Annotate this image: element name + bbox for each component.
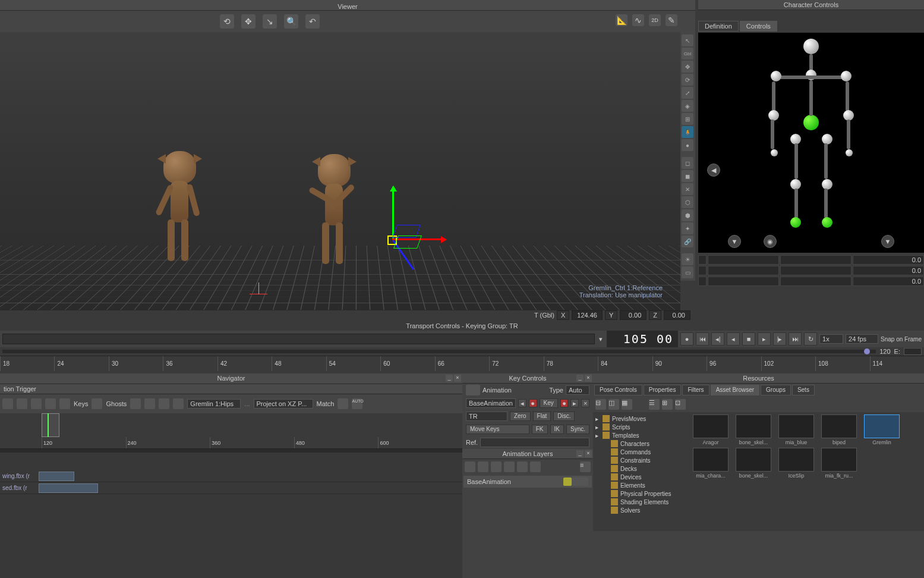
grid-small-icon[interactable]: ⊞ <box>662 399 673 410</box>
curve-icon[interactable]: ∿ <box>632 14 644 26</box>
snap-icon[interactable]: ⊞ <box>682 113 693 125</box>
record-button[interactable]: ● <box>680 332 693 345</box>
pan-icon[interactable]: ✥ <box>241 14 256 29</box>
type-dropdown[interactable]: Auto <box>566 385 589 395</box>
nav-center-icon[interactable]: ◉ <box>764 235 777 248</box>
joint-knee-r[interactable] <box>822 179 832 190</box>
tree-item[interactable]: Characters <box>595 439 686 448</box>
ref-dropdown[interactable] <box>480 438 589 447</box>
cc-val-3c[interactable]: 0.0 <box>853 277 924 286</box>
tree-item[interactable]: Constraints <box>595 456 686 464</box>
fk-button[interactable]: FK <box>532 425 548 434</box>
rotate-icon[interactable]: ⟳ <box>682 74 693 86</box>
joint-foot-l[interactable] <box>790 217 801 228</box>
next-key-button[interactable]: |▸ <box>773 332 786 345</box>
layer-tool-6[interactable] <box>530 461 541 472</box>
ghost-icon-2[interactable] <box>144 398 155 409</box>
tree-item[interactable]: ▸Scripts <box>595 423 686 431</box>
goto-start-button[interactable]: ⏮ <box>696 332 709 345</box>
asset-item[interactable]: mia_chara... <box>690 448 731 479</box>
sync-button[interactable]: Sync. <box>566 425 589 434</box>
match-icon[interactable] <box>338 398 348 409</box>
joint-hips[interactable] <box>803 115 819 130</box>
playhead[interactable] <box>48 413 49 437</box>
x-value[interactable]: 124.46 <box>572 310 603 320</box>
global-mode[interactable]: Gbl <box>682 48 693 59</box>
auto-icon[interactable]: AUTO <box>352 398 362 409</box>
ghost-icon-1[interactable] <box>130 398 141 409</box>
delete-key-icon[interactable]: × <box>581 399 589 407</box>
delete-layer-icon[interactable] <box>491 461 502 472</box>
scale-icon[interactable]: ⤢ <box>682 87 693 99</box>
tab-properties[interactable]: Properties <box>644 385 682 395</box>
track-row[interactable]: sed.fbx (r <box>0 482 462 494</box>
grid-large-icon[interactable]: ⊡ <box>675 399 686 410</box>
select-icon[interactable]: ↖ <box>682 34 693 46</box>
cc-skeleton-view[interactable]: ◀ ▼ ◉ ▼ <box>698 33 924 253</box>
asset-item[interactable]: Gremlin <box>862 414 902 445</box>
move-keys-button[interactable]: Move Keys <box>466 425 529 434</box>
asset-item[interactable]: mia_blue <box>776 414 816 445</box>
nav-tool-5[interactable] <box>59 398 70 409</box>
kc-link-icon[interactable] <box>466 385 480 395</box>
undo-view-icon[interactable]: ↶ <box>305 14 320 29</box>
track-row[interactable]: wing.fbx (r <box>0 470 462 482</box>
view-grid-icon[interactable]: ▦ <box>622 399 632 410</box>
light-icon[interactable]: ☀ <box>682 253 693 265</box>
list-icon[interactable]: ☰ <box>649 399 660 410</box>
tab-pose-controls[interactable]: Pose Controls <box>594 385 642 395</box>
frame-icon[interactable]: ▭ <box>682 266 693 278</box>
layer-solo-icon[interactable] <box>572 478 580 486</box>
key-button[interactable]: Key <box>540 398 558 408</box>
minimize-icon[interactable]: _ <box>446 375 453 382</box>
timeline-range-marker[interactable] <box>42 413 59 437</box>
track-clip[interactable] <box>39 472 74 481</box>
cc-val-3a[interactable] <box>708 277 779 286</box>
cc-val-1a[interactable] <box>708 255 779 265</box>
wire-icon[interactable]: ⬡ <box>682 196 693 208</box>
disc-button[interactable]: Disc. <box>553 411 575 421</box>
ruler-icon[interactable]: 📐 <box>616 14 627 26</box>
tree-item[interactable]: Decks <box>595 464 686 473</box>
asset-item[interactable]: bone_skel... <box>733 414 774 445</box>
cc-val-1b[interactable] <box>780 255 852 265</box>
tab-groups[interactable]: Groups <box>761 385 791 395</box>
layer-mute-icon[interactable] <box>580 478 588 486</box>
joint-elbow-l[interactable] <box>768 110 779 121</box>
cc-val-3b[interactable] <box>780 277 852 286</box>
tab-definition[interactable]: Definition <box>698 21 739 32</box>
snap-label[interactable]: Snap on Frame <box>881 336 922 343</box>
ik-button[interactable]: IK <box>550 425 564 434</box>
speed-dropdown[interactable]: 1x <box>819 334 843 344</box>
keys-icon[interactable] <box>92 398 102 409</box>
joint-hip-r[interactable] <box>822 134 832 144</box>
zoom-icon[interactable]: 🔍 <box>284 14 298 29</box>
layer-tool-4[interactable] <box>504 461 515 472</box>
cc-checkbox-1[interactable] <box>698 255 707 265</box>
tree-item[interactable]: Devices <box>595 473 686 481</box>
layer-menu-icon[interactable]: ≡ <box>580 461 591 472</box>
joint-hand-l[interactable] <box>771 149 778 156</box>
asset-item[interactable]: biped <box>819 414 859 445</box>
ghost-icon-3[interactable] <box>159 398 169 409</box>
layer-lock-icon[interactable] <box>563 478 572 486</box>
joint-head[interactable] <box>803 39 819 54</box>
xray-icon[interactable]: ✕ <box>682 183 693 195</box>
end-input[interactable] <box>904 348 922 355</box>
close-icon[interactable]: × <box>585 375 592 382</box>
link-icon[interactable]: 🔗 <box>682 235 693 247</box>
cc-val-2c[interactable]: 0.0 <box>853 266 924 275</box>
cc-val-2b[interactable] <box>780 266 852 275</box>
nav-tool-3[interactable] <box>31 398 42 409</box>
new-layer-icon[interactable] <box>465 461 475 472</box>
tree-item[interactable]: Physical Properties <box>595 489 686 498</box>
duplicate-layer-icon[interactable] <box>478 461 488 472</box>
minimize-icon[interactable]: _ <box>576 375 584 382</box>
character-icon[interactable]: 🧍 <box>682 126 693 138</box>
cc-val-2a[interactable] <box>708 266 779 275</box>
step-back-button[interactable]: ◂ <box>727 332 740 345</box>
layer-item-base[interactable]: BaseAnimation <box>463 476 592 488</box>
tree-item[interactable]: ▸Templates <box>595 431 686 439</box>
layer-dropdown[interactable]: BaseAnimation <box>466 398 516 408</box>
asset-item[interactable]: Aragor <box>690 414 731 445</box>
